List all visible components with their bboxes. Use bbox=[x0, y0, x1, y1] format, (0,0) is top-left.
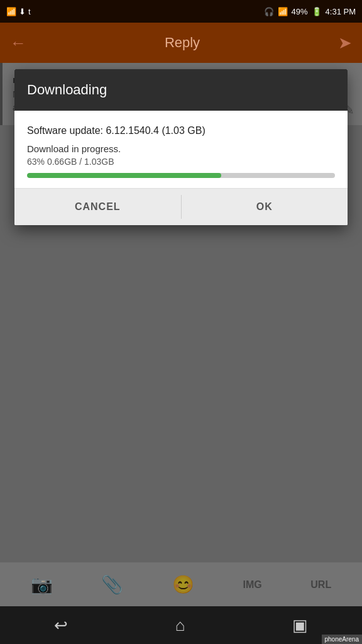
dialog-body: Software update: 6.12.1540.4 (1.03 GB) D… bbox=[14, 111, 348, 188]
dialog-progress-text: 63% 0.66GB / 1.03GB bbox=[27, 157, 335, 167]
status-left-icons: 📶 ⬇ t bbox=[6, 7, 31, 16]
dialog-overlay: Downloading Software update: 6.12.1540.4… bbox=[0, 63, 362, 606]
signal-bars-icon: 📶 bbox=[278, 7, 288, 16]
screen: 📶 ⬇ t 🎧 📶 49% 🔋 4:31 PM ← Reply ➤ mabius… bbox=[0, 0, 362, 644]
download-icon: ⬇ bbox=[19, 7, 26, 16]
home-nav-icon[interactable]: ⌂ bbox=[175, 616, 185, 635]
app-bar-title: Reply bbox=[165, 35, 200, 51]
back-nav-icon[interactable]: ↩ bbox=[54, 616, 68, 635]
download-dialog: Downloading Software update: 6.12.1540.4… bbox=[14, 69, 348, 225]
progress-track bbox=[27, 173, 335, 178]
back-button[interactable]: ← bbox=[10, 33, 26, 53]
app-bar: ← Reply ➤ bbox=[0, 23, 362, 63]
send-button[interactable]: ➤ bbox=[338, 33, 352, 53]
battery-icon: 🔋 bbox=[312, 7, 322, 16]
battery-percent: 49% bbox=[292, 7, 308, 16]
dialog-message-line1: Software update: 6.12.1540.4 (1.03 GB) bbox=[27, 123, 335, 138]
watermark: phoneArena bbox=[322, 635, 363, 644]
nav-bar: ↩ ⌂ ▣ bbox=[0, 606, 362, 644]
recents-nav-icon[interactable]: ▣ bbox=[292, 616, 308, 635]
progress-fill bbox=[27, 173, 221, 178]
dialog-title: Downloading bbox=[27, 82, 335, 98]
app-icon-t: t bbox=[28, 7, 31, 16]
dialog-buttons: CANCEL OK bbox=[14, 188, 348, 225]
status-right: 🎧 📶 49% 🔋 4:31 PM bbox=[264, 7, 356, 16]
cancel-button[interactable]: CANCEL bbox=[14, 189, 181, 225]
headphone-icon: 🎧 bbox=[264, 7, 274, 16]
signal-icon: 📶 bbox=[6, 7, 16, 16]
ok-button[interactable]: OK bbox=[182, 189, 348, 225]
dialog-message-line2: Download in progress. bbox=[27, 143, 335, 154]
time: 4:31 PM bbox=[326, 7, 356, 16]
status-bar: 📶 ⬇ t 🎧 📶 49% 🔋 4:31 PM bbox=[0, 0, 362, 23]
dialog-header: Downloading bbox=[14, 69, 348, 111]
content-area: mabiuszai: Nope man.. I have upadw for u… bbox=[0, 63, 362, 606]
